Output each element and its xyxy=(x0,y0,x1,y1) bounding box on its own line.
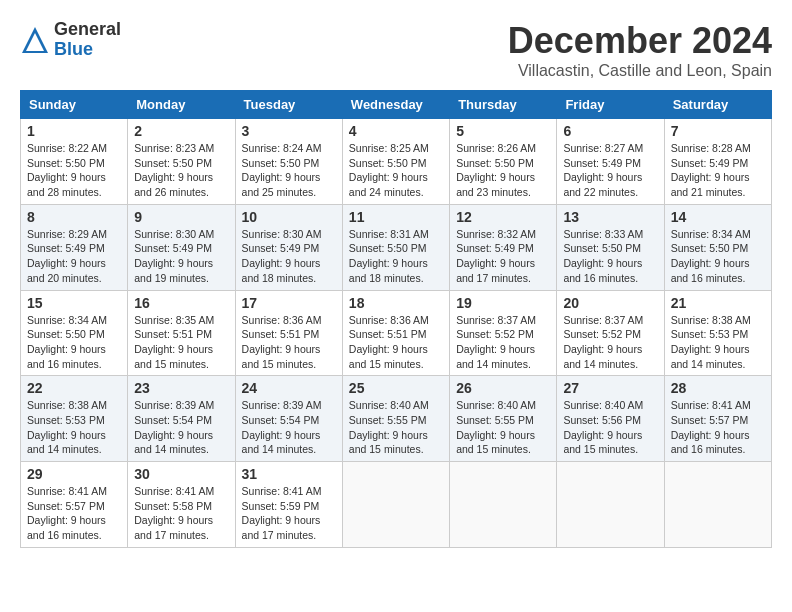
calendar-cell: 10Sunrise: 8:30 AM Sunset: 5:49 PM Dayli… xyxy=(235,204,342,290)
day-number: 3 xyxy=(242,123,336,139)
calendar-cell: 14Sunrise: 8:34 AM Sunset: 5:50 PM Dayli… xyxy=(664,204,771,290)
day-info: Sunrise: 8:28 AM Sunset: 5:49 PM Dayligh… xyxy=(671,141,765,200)
day-number: 15 xyxy=(27,295,121,311)
calendar-cell: 23Sunrise: 8:39 AM Sunset: 5:54 PM Dayli… xyxy=(128,376,235,462)
calendar-cell: 6Sunrise: 8:27 AM Sunset: 5:49 PM Daylig… xyxy=(557,119,664,205)
day-number: 21 xyxy=(671,295,765,311)
calendar-cell: 2Sunrise: 8:23 AM Sunset: 5:50 PM Daylig… xyxy=(128,119,235,205)
weekday-header: Monday xyxy=(128,91,235,119)
logo-icon xyxy=(20,25,50,55)
day-info: Sunrise: 8:26 AM Sunset: 5:50 PM Dayligh… xyxy=(456,141,550,200)
calendar-body: 1Sunrise: 8:22 AM Sunset: 5:50 PM Daylig… xyxy=(21,119,772,548)
calendar-cell: 5Sunrise: 8:26 AM Sunset: 5:50 PM Daylig… xyxy=(450,119,557,205)
day-info: Sunrise: 8:41 AM Sunset: 5:59 PM Dayligh… xyxy=(242,484,336,543)
day-number: 29 xyxy=(27,466,121,482)
calendar-cell: 26Sunrise: 8:40 AM Sunset: 5:55 PM Dayli… xyxy=(450,376,557,462)
calendar-cell: 22Sunrise: 8:38 AM Sunset: 5:53 PM Dayli… xyxy=(21,376,128,462)
day-info: Sunrise: 8:41 AM Sunset: 5:57 PM Dayligh… xyxy=(671,398,765,457)
calendar-week-row: 8Sunrise: 8:29 AM Sunset: 5:49 PM Daylig… xyxy=(21,204,772,290)
day-number: 2 xyxy=(134,123,228,139)
day-number: 18 xyxy=(349,295,443,311)
calendar-cell: 7Sunrise: 8:28 AM Sunset: 5:49 PM Daylig… xyxy=(664,119,771,205)
calendar-cell xyxy=(342,462,449,548)
day-number: 4 xyxy=(349,123,443,139)
calendar-cell xyxy=(557,462,664,548)
day-info: Sunrise: 8:22 AM Sunset: 5:50 PM Dayligh… xyxy=(27,141,121,200)
day-number: 30 xyxy=(134,466,228,482)
calendar-week-row: 15Sunrise: 8:34 AM Sunset: 5:50 PM Dayli… xyxy=(21,290,772,376)
calendar-cell: 11Sunrise: 8:31 AM Sunset: 5:50 PM Dayli… xyxy=(342,204,449,290)
day-info: Sunrise: 8:37 AM Sunset: 5:52 PM Dayligh… xyxy=(456,313,550,372)
calendar-cell: 12Sunrise: 8:32 AM Sunset: 5:49 PM Dayli… xyxy=(450,204,557,290)
logo-general: General xyxy=(54,20,121,40)
day-info: Sunrise: 8:35 AM Sunset: 5:51 PM Dayligh… xyxy=(134,313,228,372)
day-number: 16 xyxy=(134,295,228,311)
weekday-header: Wednesday xyxy=(342,91,449,119)
day-number: 20 xyxy=(563,295,657,311)
logo-text: General Blue xyxy=(54,20,121,60)
day-info: Sunrise: 8:32 AM Sunset: 5:49 PM Dayligh… xyxy=(456,227,550,286)
calendar-cell: 30Sunrise: 8:41 AM Sunset: 5:58 PM Dayli… xyxy=(128,462,235,548)
day-info: Sunrise: 8:34 AM Sunset: 5:50 PM Dayligh… xyxy=(671,227,765,286)
calendar-cell: 31Sunrise: 8:41 AM Sunset: 5:59 PM Dayli… xyxy=(235,462,342,548)
day-info: Sunrise: 8:34 AM Sunset: 5:50 PM Dayligh… xyxy=(27,313,121,372)
calendar-week-row: 1Sunrise: 8:22 AM Sunset: 5:50 PM Daylig… xyxy=(21,119,772,205)
day-info: Sunrise: 8:31 AM Sunset: 5:50 PM Dayligh… xyxy=(349,227,443,286)
day-info: Sunrise: 8:38 AM Sunset: 5:53 PM Dayligh… xyxy=(27,398,121,457)
day-info: Sunrise: 8:29 AM Sunset: 5:49 PM Dayligh… xyxy=(27,227,121,286)
day-number: 27 xyxy=(563,380,657,396)
calendar-cell xyxy=(450,462,557,548)
calendar-cell: 13Sunrise: 8:33 AM Sunset: 5:50 PM Dayli… xyxy=(557,204,664,290)
weekday-header: Saturday xyxy=(664,91,771,119)
calendar-week-row: 22Sunrise: 8:38 AM Sunset: 5:53 PM Dayli… xyxy=(21,376,772,462)
calendar-cell: 24Sunrise: 8:39 AM Sunset: 5:54 PM Dayli… xyxy=(235,376,342,462)
calendar-cell: 21Sunrise: 8:38 AM Sunset: 5:53 PM Dayli… xyxy=(664,290,771,376)
day-info: Sunrise: 8:36 AM Sunset: 5:51 PM Dayligh… xyxy=(242,313,336,372)
day-info: Sunrise: 8:37 AM Sunset: 5:52 PM Dayligh… xyxy=(563,313,657,372)
day-number: 19 xyxy=(456,295,550,311)
calendar-cell: 3Sunrise: 8:24 AM Sunset: 5:50 PM Daylig… xyxy=(235,119,342,205)
day-number: 22 xyxy=(27,380,121,396)
day-info: Sunrise: 8:39 AM Sunset: 5:54 PM Dayligh… xyxy=(242,398,336,457)
day-info: Sunrise: 8:33 AM Sunset: 5:50 PM Dayligh… xyxy=(563,227,657,286)
calendar: SundayMondayTuesdayWednesdayThursdayFrid… xyxy=(20,90,772,548)
calendar-cell: 28Sunrise: 8:41 AM Sunset: 5:57 PM Dayli… xyxy=(664,376,771,462)
day-number: 17 xyxy=(242,295,336,311)
weekday-header: Thursday xyxy=(450,91,557,119)
calendar-week-row: 29Sunrise: 8:41 AM Sunset: 5:57 PM Dayli… xyxy=(21,462,772,548)
day-info: Sunrise: 8:38 AM Sunset: 5:53 PM Dayligh… xyxy=(671,313,765,372)
day-number: 28 xyxy=(671,380,765,396)
day-info: Sunrise: 8:24 AM Sunset: 5:50 PM Dayligh… xyxy=(242,141,336,200)
weekday-row: SundayMondayTuesdayWednesdayThursdayFrid… xyxy=(21,91,772,119)
logo-blue: Blue xyxy=(54,40,121,60)
day-number: 23 xyxy=(134,380,228,396)
calendar-cell: 16Sunrise: 8:35 AM Sunset: 5:51 PM Dayli… xyxy=(128,290,235,376)
day-number: 10 xyxy=(242,209,336,225)
calendar-cell: 8Sunrise: 8:29 AM Sunset: 5:49 PM Daylig… xyxy=(21,204,128,290)
day-number: 12 xyxy=(456,209,550,225)
day-number: 5 xyxy=(456,123,550,139)
day-info: Sunrise: 8:23 AM Sunset: 5:50 PM Dayligh… xyxy=(134,141,228,200)
calendar-cell: 18Sunrise: 8:36 AM Sunset: 5:51 PM Dayli… xyxy=(342,290,449,376)
calendar-cell: 25Sunrise: 8:40 AM Sunset: 5:55 PM Dayli… xyxy=(342,376,449,462)
day-info: Sunrise: 8:30 AM Sunset: 5:49 PM Dayligh… xyxy=(134,227,228,286)
weekday-header: Sunday xyxy=(21,91,128,119)
day-number: 8 xyxy=(27,209,121,225)
day-number: 25 xyxy=(349,380,443,396)
day-info: Sunrise: 8:39 AM Sunset: 5:54 PM Dayligh… xyxy=(134,398,228,457)
day-number: 26 xyxy=(456,380,550,396)
day-number: 24 xyxy=(242,380,336,396)
logo: General Blue xyxy=(20,20,121,60)
day-info: Sunrise: 8:40 AM Sunset: 5:55 PM Dayligh… xyxy=(349,398,443,457)
day-info: Sunrise: 8:27 AM Sunset: 5:49 PM Dayligh… xyxy=(563,141,657,200)
day-number: 14 xyxy=(671,209,765,225)
calendar-cell: 19Sunrise: 8:37 AM Sunset: 5:52 PM Dayli… xyxy=(450,290,557,376)
day-number: 9 xyxy=(134,209,228,225)
day-info: Sunrise: 8:41 AM Sunset: 5:58 PM Dayligh… xyxy=(134,484,228,543)
day-info: Sunrise: 8:40 AM Sunset: 5:56 PM Dayligh… xyxy=(563,398,657,457)
calendar-cell: 29Sunrise: 8:41 AM Sunset: 5:57 PM Dayli… xyxy=(21,462,128,548)
day-number: 1 xyxy=(27,123,121,139)
day-number: 13 xyxy=(563,209,657,225)
day-info: Sunrise: 8:36 AM Sunset: 5:51 PM Dayligh… xyxy=(349,313,443,372)
day-info: Sunrise: 8:30 AM Sunset: 5:49 PM Dayligh… xyxy=(242,227,336,286)
